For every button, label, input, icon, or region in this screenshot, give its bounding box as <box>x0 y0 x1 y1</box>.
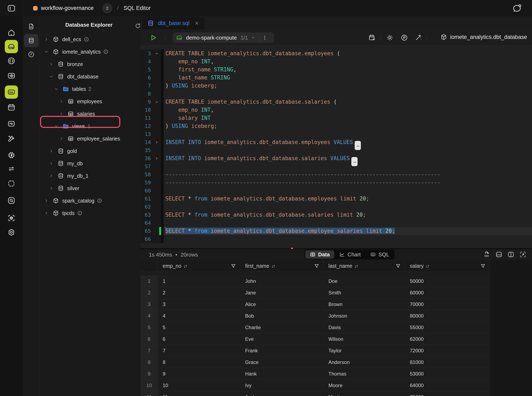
info-icon[interactable] <box>84 37 89 42</box>
filter-funnel-icon[interactable] <box>480 263 486 269</box>
table-row-3[interactable]: 33AliceBrown70000 <box>141 298 490 310</box>
tree-item-bronze[interactable]: bronze <box>40 58 141 70</box>
database-context-selector[interactable]: iomete_analytics.dbt_database <box>440 34 527 41</box>
code-line-5[interactable]: 5 first_name STRING, <box>141 66 532 74</box>
table-row-9[interactable]: 99HankThomas53000 <box>141 368 490 380</box>
table-row-2[interactable]: 22JaneSmith60000 <box>141 287 490 298</box>
split-horizontal-icon[interactable] <box>495 251 503 258</box>
filter-funnel-icon[interactable] <box>395 263 401 269</box>
code-line-63[interactable]: 63SELECT * from iomete_analytics.dbt_dat… <box>141 211 532 219</box>
tree-item-my_db_1[interactable]: my_db_1 <box>40 170 141 182</box>
chevron-down-icon[interactable] <box>44 49 49 54</box>
sort-icon[interactable]: ↓↑ <box>354 263 357 269</box>
chevron-down-icon[interactable] <box>54 124 59 129</box>
panel-toggle-icon[interactable] <box>7 4 16 13</box>
breadcrumb-project[interactable]: workflow-governance <box>41 5 94 11</box>
magic-wand-icon[interactable] <box>415 34 422 41</box>
code-line-14[interactable]: 14INSERT INTO iomete_analytics.dbt_datab… <box>141 138 532 146</box>
chevron-right-icon[interactable] <box>49 161 54 166</box>
tree-item-salaries[interactable]: salaries <box>40 108 141 120</box>
split-vertical-icon[interactable] <box>507 251 515 258</box>
tab-dbt-base-sql[interactable]: dbt_base.sql <box>142 17 204 29</box>
tree-item-tables[interactable]: tables2 <box>40 83 141 95</box>
code-line-65[interactable]: 65SELECT * from iomete_analytics.dbt_dat… <box>141 227 532 235</box>
results-tab-sql[interactable]: SQLSQL <box>366 250 394 259</box>
tree-item-employee_salaries[interactable]: employee_salaries <box>40 132 141 145</box>
code-line-8[interactable]: 8 <box>141 90 532 98</box>
code-line-35[interactable]: 35 <box>141 146 532 154</box>
code-line-4[interactable]: 4 emp_no INT, <box>141 58 532 66</box>
filter-funnel-icon[interactable] <box>314 263 320 269</box>
run-query-button[interactable] <box>149 34 157 42</box>
chevron-down-icon[interactable] <box>49 74 54 79</box>
code-line-36[interactable]: 36INSERT INTO iomete_analytics.dbt_datab… <box>141 154 532 163</box>
code-line-11[interactable]: 11 salary INT <box>141 114 532 122</box>
chevron-right-icon[interactable] <box>49 62 54 67</box>
results-tab-chart[interactable]: Chart <box>335 250 365 259</box>
code-line-62[interactable]: 62 <box>141 203 532 211</box>
column-header-last_name[interactable]: last_name↓↑ <box>323 260 405 272</box>
sql-code-editor[interactable]: 3CREATE TABLE iomete_analytics.dbt_datab… <box>141 46 532 248</box>
inner-rail-item-history-clock[interactable] <box>24 48 38 61</box>
info-icon[interactable] <box>97 198 102 203</box>
tree-item-employees[interactable]: employees <box>40 95 141 108</box>
rail-item-home[interactable] <box>5 26 18 39</box>
fold-closed-icon[interactable] <box>154 140 159 145</box>
csv-export-icon[interactable]: CSV <box>483 251 491 258</box>
settings-gear-icon[interactable] <box>386 34 394 41</box>
table-row-7[interactable]: 77FrankTaylor72000 <box>141 345 490 356</box>
sort-icon[interactable]: ↓↑ <box>426 263 429 269</box>
results-tab-data[interactable]: Data <box>305 250 334 259</box>
code-line-9[interactable]: 9CREATE TABLE iomete_analytics.dbt_datab… <box>141 98 532 106</box>
info-icon[interactable] <box>103 49 108 54</box>
chat-notification-icon[interactable] <box>513 3 522 13</box>
code-line-61[interactable]: 61SELECT * from iomete_analytics.dbt_dat… <box>141 195 532 203</box>
code-line-59[interactable]: 59--------------------------------------… <box>141 179 532 187</box>
chevron-right-icon[interactable] <box>44 211 49 215</box>
tree-item-my_db[interactable]: my_db <box>40 157 141 170</box>
chevron-right-icon[interactable] <box>59 136 64 141</box>
code-line-57[interactable]: 57 <box>141 163 532 170</box>
fold-open-icon[interactable] <box>154 100 159 104</box>
sort-icon[interactable]: ↓↑ <box>271 263 275 269</box>
close-icon[interactable] <box>194 20 199 26</box>
column-header-first_name[interactable]: first_name↓↑ <box>240 260 323 272</box>
chevron-right-icon[interactable] <box>44 198 49 203</box>
code-line-64[interactable]: 64 <box>141 219 532 227</box>
code-line-60[interactable]: 60 <box>141 187 532 195</box>
rail-item-activity[interactable] <box>5 117 18 130</box>
rail-item-audio-wave[interactable] <box>5 69 18 82</box>
chevron-right-icon[interactable] <box>59 99 64 104</box>
column-header-emp_no[interactable]: emp_no↓↑ <box>158 260 240 272</box>
rail-item-swap-arrows[interactable] <box>5 162 18 175</box>
tree-item-iomete_analytics[interactable]: iomete_analytics <box>40 46 141 58</box>
tree-item-views[interactable]: views1 <box>40 120 141 132</box>
rail-item-tools[interactable] <box>5 132 18 145</box>
table-row-6[interactable]: 66EveWilson62000 <box>141 333 490 345</box>
schedule-calendar-icon[interactable] <box>368 34 376 41</box>
code-line-13[interactable]: 13 <box>141 130 532 138</box>
rail-item-sql-badge[interactable]: SQL <box>5 85 18 99</box>
table-row-4[interactable]: 44BobJohnson80000 <box>141 310 490 322</box>
parameters-icon[interactable] <box>401 34 408 41</box>
rail-item-chip-spark[interactable] <box>5 149 18 162</box>
info-icon[interactable] <box>77 210 82 216</box>
project-switcher-button[interactable] <box>102 3 113 13</box>
table-row-5[interactable]: 55CharlieDavis55000 <box>141 322 490 333</box>
tree-item-gold[interactable]: gold <box>40 145 141 157</box>
tree-item-dbt_database[interactable]: dbt_database <box>40 70 141 83</box>
column-header-salary[interactable]: salary↓↑ <box>405 260 490 272</box>
tree-item-spark_catalog[interactable]: spark_catalog <box>40 194 141 207</box>
compute-selector[interactable]: demo-spark-compute 1/1 <box>173 33 274 43</box>
fold-closed-icon[interactable] <box>154 156 159 161</box>
fold-open-icon[interactable] <box>154 51 159 56</box>
tree-item-silver[interactable]: silver <box>40 182 141 194</box>
rail-item-braces-circle[interactable] <box>5 54 18 67</box>
code-line-10[interactable]: 10 emp_no INT, <box>141 106 532 114</box>
chevron-right-icon[interactable] <box>44 37 49 42</box>
sort-icon[interactable]: ↓↑ <box>183 263 187 269</box>
filter-funnel-icon[interactable] <box>231 263 236 269</box>
code-line-3[interactable]: 3CREATE TABLE iomete_analytics.dbt_datab… <box>141 49 532 58</box>
rail-item-calendar[interactable] <box>5 101 18 114</box>
code-line-58[interactable]: 58--------------------------------------… <box>141 170 532 179</box>
